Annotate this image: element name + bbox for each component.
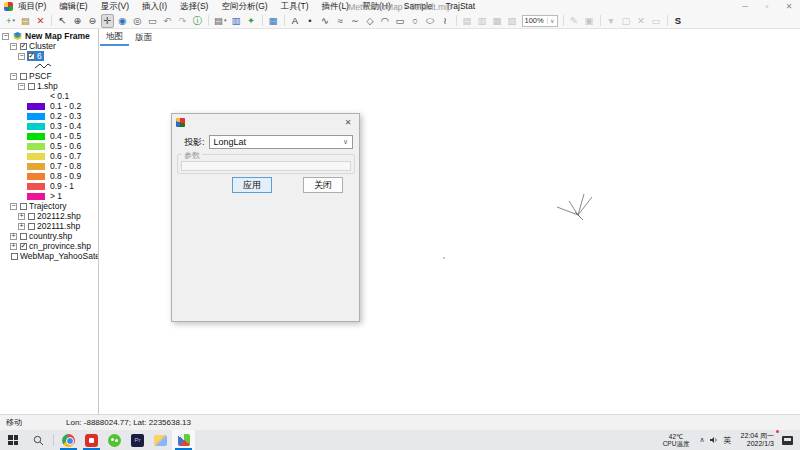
layer-checkbox-unchecked[interactable] bbox=[11, 253, 18, 260]
layer-checkbox-unchecked[interactable] bbox=[28, 213, 35, 220]
collapse-icon[interactable]: − bbox=[18, 53, 25, 60]
draw-polyline-button[interactable]: ∿ bbox=[319, 14, 332, 28]
menu-item-8[interactable]: 帮助(H) bbox=[362, 1, 391, 13]
clock-widget[interactable]: 22:04 周一 2022/1/3 bbox=[741, 432, 774, 448]
draw-polygon-button[interactable]: ◇ bbox=[364, 14, 377, 28]
taskbar-app-red[interactable] bbox=[80, 430, 103, 450]
hidden-icons-chevron[interactable]: ∧ bbox=[699, 436, 704, 444]
taskbar-app-wechat[interactable] bbox=[103, 430, 126, 450]
menu-item-4[interactable]: 选择(S) bbox=[180, 1, 208, 13]
menu-item-2[interactable]: 显示(V) bbox=[101, 1, 129, 13]
speaker-icon[interactable] bbox=[709, 435, 719, 445]
tree-row-body[interactable]: 0.2 - 0.3 bbox=[26, 111, 83, 121]
expand-icon[interactable]: + bbox=[10, 233, 17, 240]
tree-row-body[interactable]: PSCF bbox=[19, 71, 54, 81]
redo-button[interactable]: ↷ bbox=[176, 14, 189, 28]
draw-ellipse-button[interactable]: ⬭ bbox=[424, 14, 437, 28]
apply-button[interactable]: 应用 bbox=[232, 177, 272, 193]
new-layout-button[interactable]: ▤▾ bbox=[213, 14, 228, 28]
menu-item-9[interactable]: Sample bbox=[404, 1, 433, 13]
copy-map-button[interactable]: ▥ bbox=[476, 14, 489, 28]
expand-icon[interactable]: + bbox=[10, 243, 17, 250]
zoom-out-button[interactable]: ⊖ bbox=[86, 14, 99, 28]
cpu-temp-widget[interactable]: 42℃ CPU温度 bbox=[663, 433, 690, 447]
close-icon[interactable]: ✕ bbox=[778, 2, 800, 11]
search-button[interactable] bbox=[26, 435, 50, 446]
tree-row-body[interactable]: 0.8 - 0.9 bbox=[26, 171, 83, 181]
menu-item-5[interactable]: 空间分析(G) bbox=[221, 1, 267, 13]
draw-text-button[interactable]: A bbox=[289, 14, 302, 28]
edit-vertices-button[interactable]: ✎ bbox=[568, 14, 581, 28]
collapse-icon[interactable]: − bbox=[18, 83, 25, 90]
zoom-to-layer-button[interactable]: ◎ bbox=[131, 14, 144, 28]
draw-freehand-button[interactable]: ≈ bbox=[334, 14, 347, 28]
taskbar-app-meteoinfo[interactable] bbox=[172, 430, 195, 450]
params-field[interactable] bbox=[181, 161, 351, 171]
tree-row-body[interactable]: 0.9 - 1 bbox=[26, 181, 76, 191]
tree-row-body[interactable]: 202112.shp bbox=[27, 211, 83, 221]
attribute-table-button[interactable]: ▥ bbox=[230, 14, 243, 28]
layer-checkbox-checked[interactable]: ✓ bbox=[20, 243, 27, 250]
tree-row-body[interactable]: 0.1 - 0.2 bbox=[26, 101, 83, 111]
tree-row-body[interactable]: country.shp bbox=[19, 231, 74, 241]
menu-item-1[interactable]: 编辑(E) bbox=[59, 1, 87, 13]
export-map-button[interactable]: ▤ bbox=[461, 14, 474, 28]
zoom-level-combo[interactable]: 100%∨ bbox=[522, 15, 558, 27]
draw-curve-polygon-button[interactable]: ◠ bbox=[379, 14, 392, 28]
menu-item-7[interactable]: 插件(L) bbox=[322, 1, 349, 13]
layer-checkbox-unchecked[interactable] bbox=[28, 83, 35, 90]
paste-map-button[interactable]: ▦ bbox=[491, 14, 504, 28]
tree-row-body[interactable]: 0.5 - 0.6 bbox=[26, 141, 83, 151]
draw-lasso-button[interactable]: ≀ bbox=[439, 14, 452, 28]
expand-icon[interactable]: + bbox=[18, 223, 25, 230]
zoom-in-button[interactable]: ⊕ bbox=[71, 14, 84, 28]
script-console-button[interactable]: S bbox=[672, 14, 685, 28]
tree-row-body[interactable]: ✓Cluster bbox=[19, 41, 58, 51]
full-extent-button[interactable]: ◉ bbox=[116, 14, 129, 28]
layer-checkbox-unchecked[interactable] bbox=[20, 73, 27, 80]
tree-row-body[interactable]: ✓cn_province.shp bbox=[19, 241, 93, 251]
tree-row-body[interactable]: < 0.1 bbox=[26, 91, 71, 101]
save-edits-button[interactable]: ▣ bbox=[583, 14, 596, 28]
layer-checkbox-unchecked[interactable] bbox=[20, 233, 27, 240]
tree-row-body[interactable]: 0.3 - 0.4 bbox=[26, 121, 83, 131]
layer-checkbox-checked[interactable]: ✓ bbox=[28, 53, 35, 60]
dialog-title-bar[interactable]: ✕ bbox=[172, 114, 359, 131]
select-arrow-button[interactable]: ↖ bbox=[56, 14, 69, 28]
tree-row-body[interactable]: New Map Frame bbox=[11, 31, 92, 41]
menu-item-3[interactable]: 插入(I) bbox=[142, 1, 167, 13]
menu-item-0[interactable]: 项目(P) bbox=[18, 1, 46, 13]
identify-button[interactable]: ⓘ bbox=[191, 14, 204, 28]
undo-button[interactable]: ↶ bbox=[161, 14, 174, 28]
taskbar-app-explorer[interactable] bbox=[149, 430, 172, 450]
tree-row-body[interactable]: 1.shp bbox=[27, 81, 60, 91]
remove-layer-button[interactable]: ✕ bbox=[34, 14, 47, 28]
tree-row-body[interactable]: 202111.shp bbox=[27, 221, 82, 231]
projection-select[interactable]: LongLat ∨ bbox=[209, 135, 353, 149]
taskbar-app-premiere[interactable]: Pr bbox=[126, 430, 149, 450]
tab-map[interactable]: 地图 bbox=[100, 29, 129, 46]
label-button[interactable]: ✦ bbox=[245, 14, 258, 28]
edit-dropdown-button[interactable]: ▾ bbox=[605, 14, 618, 28]
tab-layout[interactable]: 版面 bbox=[129, 29, 158, 46]
expand-icon[interactable]: + bbox=[18, 213, 25, 220]
frame-button[interactable]: ▧ bbox=[506, 14, 519, 28]
tree-row-body[interactable] bbox=[26, 61, 53, 71]
collapse-icon[interactable]: − bbox=[10, 203, 17, 210]
open-folder-button[interactable]: ▤ bbox=[19, 14, 32, 28]
transform-feature-button[interactable]: ▢ bbox=[620, 14, 633, 28]
minimize-icon[interactable]: ─ bbox=[734, 2, 756, 11]
zoom-to-extent-button[interactable]: ▭ bbox=[146, 14, 159, 28]
close-button[interactable]: 关闭 bbox=[303, 177, 343, 193]
start-button[interactable] bbox=[0, 430, 26, 450]
layer-checkbox-unchecked[interactable] bbox=[28, 223, 35, 230]
dialog-close-icon[interactable]: ✕ bbox=[341, 118, 355, 127]
draw-point-button[interactable]: • bbox=[304, 14, 317, 28]
collapse-icon[interactable]: − bbox=[10, 43, 17, 50]
menu-item-6[interactable]: 工具(T) bbox=[281, 1, 309, 13]
draw-rectangle-button[interactable]: ▭ bbox=[394, 14, 407, 28]
tree-row-body[interactable]: > 1 bbox=[26, 191, 64, 201]
input-language-indicator[interactable]: 英 bbox=[724, 435, 732, 446]
tree-row-body[interactable]: ✓6 bbox=[27, 51, 44, 61]
tree-row-body[interactable]: WebMap_YahooSatelli bbox=[10, 251, 99, 261]
